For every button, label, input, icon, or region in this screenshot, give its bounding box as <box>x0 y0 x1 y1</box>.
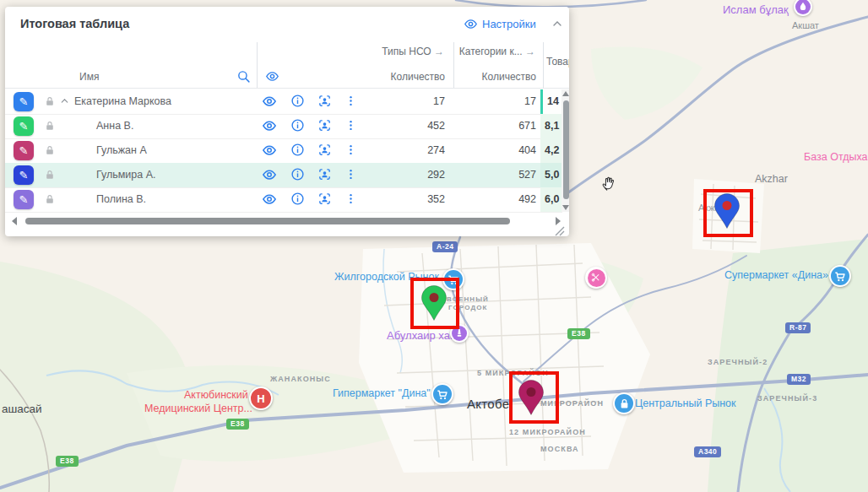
eye-icon[interactable] <box>262 167 277 182</box>
map-label-med-center-line2[interactable]: Медицинский Центр... <box>144 403 252 414</box>
lock-icon[interactable] <box>44 144 56 156</box>
rynok-lock-icon[interactable] <box>613 392 635 414</box>
search-icon[interactable] <box>236 69 251 84</box>
horizontal-scroll-thumb[interactable] <box>25 218 510 224</box>
info-icon[interactable] <box>290 167 305 181</box>
road-badge-m32: М32 <box>787 374 811 385</box>
beauty-poi-icon[interactable] <box>585 267 607 289</box>
locate-icon[interactable] <box>317 94 332 108</box>
vertical-scroll-thumb[interactable] <box>563 100 569 199</box>
map-label-moskva[interactable]: МОСКВА <box>540 445 579 453</box>
hospital-icon[interactable]: Н <box>249 387 273 410</box>
kebab-menu-icon[interactable] <box>344 118 357 132</box>
info-icon[interactable] <box>290 143 305 157</box>
lock-icon[interactable] <box>44 193 56 205</box>
qty2-value: 492 <box>459 193 536 205</box>
horizontal-scrollbar[interactable] <box>5 214 569 227</box>
scroll-up-arrow[interactable] <box>562 91 569 96</box>
kebab-menu-icon[interactable] <box>344 192 357 206</box>
table-row[interactable]: ✎ Екатерина Маркова 17 17 14 <box>5 89 562 115</box>
islam-bulak-fountain-icon[interactable] <box>794 0 812 16</box>
settings-label: Настройки <box>482 18 536 30</box>
eye-icon[interactable] <box>262 118 277 133</box>
header-separator <box>5 88 569 89</box>
locate-icon[interactable] <box>317 118 332 132</box>
map-pin-crimson[interactable] <box>517 379 545 416</box>
column-group-label: Типы НСО <box>382 46 431 57</box>
map-label-akshat[interactable]: Акшат <box>792 20 819 30</box>
qty1-value: 274 <box>368 144 445 156</box>
panel-collapse-button[interactable] <box>551 17 564 30</box>
table-row[interactable]: ✎ Полина В. 352 492 6,0 <box>5 187 562 213</box>
edit-button[interactable]: ✎ <box>14 116 34 136</box>
table-row[interactable]: ✎ Анна В. 452 671 8,1 <box>5 114 562 139</box>
column-divider <box>543 42 544 88</box>
eye-icon[interactable] <box>262 143 277 158</box>
row-name: Екатерина Маркова <box>74 95 171 107</box>
column-group-kategorii[interactable]: Категории к... → <box>441 46 535 57</box>
info-icon[interactable] <box>290 118 305 132</box>
map-label-zarechny-2[interactable]: ЗАРЕЧНЫЙ-2 <box>708 358 768 366</box>
map-label-baza-otdyha[interactable]: База Отдыха <box>804 151 868 163</box>
edit-button[interactable]: ✎ <box>14 141 34 160</box>
settings-button[interactable]: Настройки <box>464 17 536 31</box>
lock-icon[interactable] <box>44 95 56 107</box>
row-name: Полина В. <box>96 193 146 205</box>
info-icon[interactable] <box>290 94 305 108</box>
locate-icon[interactable] <box>317 143 332 157</box>
column-group-tovar[interactable]: Товар <box>546 56 569 68</box>
lock-icon[interactable] <box>44 120 56 132</box>
edit-button[interactable]: ✎ <box>14 190 34 209</box>
kebab-menu-icon[interactable] <box>344 94 357 108</box>
map-label-abulkhair-khan[interactable]: Абулхаир хан <box>387 329 456 342</box>
edit-button[interactable]: ✎ <box>14 92 34 111</box>
column-group-label: Категории к... <box>459 46 523 57</box>
summary-table-panel: Итоговая таблица Настройки Типы НСО → Ка… <box>5 7 569 236</box>
eye-icon[interactable] <box>262 192 277 207</box>
map-pin-green[interactable] <box>420 284 448 322</box>
hand-cursor-icon <box>599 174 618 192</box>
table-row[interactable]: ✎ Гульжан А 274 404 4,2 <box>5 138 562 164</box>
lock-icon[interactable] <box>44 169 56 181</box>
info-icon[interactable] <box>290 192 305 206</box>
collapse-row-icon[interactable] <box>59 95 70 106</box>
vertical-scrollbar[interactable] <box>561 89 569 212</box>
map-label-shashasay[interactable]: ашасай <box>2 403 42 415</box>
kebab-menu-icon[interactable] <box>344 167 357 181</box>
table-row-selected[interactable]: ✎ Гульмира А. 292 527 5,0 <box>5 163 562 188</box>
edit-button[interactable]: ✎ <box>14 165 34 185</box>
map-screen: Ислам бұлақ Акшат База Отдыха Akzhar Акж… <box>0 0 868 492</box>
map-pin-blue[interactable] <box>713 192 741 230</box>
eye-icon[interactable] <box>262 94 277 109</box>
scroll-right-arrow[interactable] <box>556 217 561 225</box>
scroll-down-arrow[interactable] <box>562 205 569 210</box>
eye-icon <box>464 17 478 31</box>
map-label-mkr-12[interactable]: 12 МИКРОРАЙОН <box>509 428 586 436</box>
map-label-gipermarket-dina[interactable]: Гипермаркет "Дина" <box>333 387 431 399</box>
map-label-islam-bulak[interactable]: Ислам бұлақ <box>723 3 789 16</box>
gipermarket-cart-icon[interactable] <box>431 383 453 405</box>
panel-resize-handle[interactable] <box>554 225 565 236</box>
map-label-zhanakonys[interactable]: ЖАНАКОНЫС <box>270 375 331 383</box>
map-label-med-center-line1[interactable]: Актюбинский <box>184 389 248 401</box>
road-badge-e38-left: Е38 <box>56 456 79 467</box>
map-label-supermarket-dina[interactable]: Супермаркет «Дина» <box>724 269 828 281</box>
road-badge-a24: А-24 <box>432 241 458 252</box>
qty1-value: 17 <box>368 95 445 107</box>
map-label-aktobe[interactable]: Актобе <box>467 397 509 411</box>
visibility-column-icon[interactable] <box>265 69 279 84</box>
locate-icon[interactable] <box>317 192 332 206</box>
qty1-value: 352 <box>368 193 445 205</box>
locate-icon[interactable] <box>317 167 332 181</box>
map-label-zarechny-3[interactable]: ЗАРЕЧНЫЙ-3 <box>757 394 817 403</box>
column-group-tipy-nso[interactable]: Типы НСО → <box>350 46 444 57</box>
qty2-value: 671 <box>459 120 536 132</box>
kebab-menu-icon[interactable] <box>344 143 357 157</box>
qty1-value: 292 <box>368 169 445 181</box>
map-label-akzhar[interactable]: Akzhar <box>755 173 788 185</box>
map-label-centralny-rynok[interactable]: Центральный Рынок <box>635 397 736 409</box>
supermarket-cart-icon[interactable] <box>829 265 851 287</box>
qty1-value: 452 <box>368 120 445 132</box>
scroll-left-arrow[interactable] <box>12 217 17 225</box>
road-badge-a340: А340 <box>694 446 721 457</box>
